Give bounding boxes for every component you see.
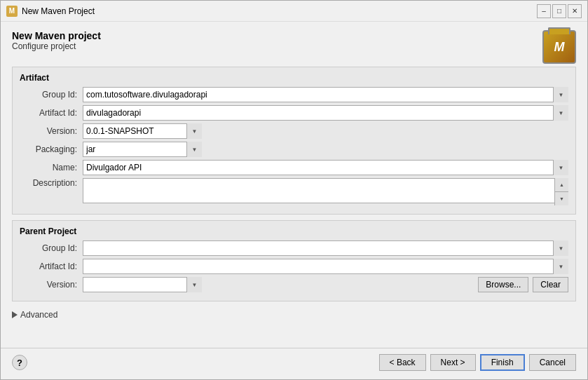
cancel-button[interactable]: Cancel	[529, 354, 576, 371]
version-row: Version: 0.0.1-SNAPSHOT ▼	[20, 123, 568, 139]
name-row: Name: Divulgador API ▼	[20, 160, 568, 175]
title-bar-left: M New Maven Project	[6, 6, 95, 17]
button-bar: ? < Back Next > Finish Cancel	[1, 348, 587, 379]
page-header: New Maven project Configure project M	[12, 30, 576, 64]
parent-artifact-id-row: Artifact Id: ▼	[20, 259, 568, 274]
artifact-id-label: Artifact Id:	[20, 108, 83, 118]
parent-artifact-id-label: Artifact Id:	[20, 262, 83, 271]
back-button[interactable]: < Back	[379, 354, 426, 371]
next-button[interactable]: Next >	[430, 354, 476, 371]
maven-logo-icon: M	[542, 30, 576, 64]
header-text: New Maven project Configure project	[12, 30, 101, 57]
window-title: New Maven Project	[22, 6, 95, 16]
close-button[interactable]: ✕	[568, 4, 582, 18]
name-dropdown[interactable]: Divulgador API	[83, 160, 568, 175]
group-id-control: com.tutosoftware.divulagadorapi ▼	[83, 87, 568, 102]
artifact-id-dropdown[interactable]: divulagadorapi	[83, 105, 568, 121]
description-control: ▲ ▼	[83, 178, 568, 205]
window: M New Maven Project – □ ✕ New Maven proj…	[0, 0, 588, 380]
parent-project-section: Parent Project Group Id: ▼ Artifact Id:	[12, 220, 576, 301]
title-bar: M New Maven Project – □ ✕	[1, 1, 587, 22]
description-textarea[interactable]	[83, 178, 568, 203]
title-controls: – □ ✕	[537, 4, 582, 18]
artifact-section: Artifact Group Id: com.tutosoftware.divu…	[12, 67, 576, 215]
textarea-arrows: ▲ ▼	[554, 178, 568, 205]
packaging-control: jar ▼	[83, 142, 202, 157]
parent-version-label: Version:	[20, 280, 83, 290]
help-button[interactable]: ?	[12, 355, 27, 370]
advanced-expand-icon	[12, 311, 18, 318]
version-label: Version:	[20, 126, 83, 136]
version-dropdown[interactable]: 0.0.1-SNAPSHOT	[83, 123, 202, 139]
name-label: Name:	[20, 163, 83, 172]
artifact-id-row: Artifact Id: divulagadorapi ▼	[20, 105, 568, 121]
advanced-section[interactable]: Advanced	[12, 307, 576, 323]
parent-version-controls: ▼ Browse... Clear	[83, 277, 568, 292]
parent-artifact-id-dropdown[interactable]	[83, 259, 568, 274]
parent-version-row: Version: ▼ Browse... Clear	[20, 277, 568, 292]
browse-button[interactable]: Browse...	[478, 277, 528, 292]
group-id-dropdown[interactable]: com.tutosoftware.divulagadorapi	[83, 87, 568, 102]
group-id-label: Group Id:	[20, 90, 83, 100]
advanced-label: Advanced	[20, 310, 57, 320]
maven-title-icon: M	[6, 6, 18, 17]
parent-group-id-dropdown[interactable]	[83, 240, 568, 256]
parent-group-id-control: ▼	[83, 240, 568, 256]
dialog-content: New Maven project Configure project M Ar…	[1, 22, 587, 348]
description-label: Description:	[20, 178, 83, 188]
parent-group-id-label: Group Id:	[20, 243, 83, 253]
artifact-section-title: Artifact	[20, 73, 568, 83]
packaging-label: Packaging:	[20, 144, 83, 154]
artifact-id-control: divulagadorapi ▼	[83, 105, 568, 121]
packaging-dropdown[interactable]: jar	[83, 142, 202, 157]
maximize-button[interactable]: □	[552, 4, 566, 18]
parent-version-dropdown[interactable]	[83, 277, 202, 292]
parent-section-title: Parent Project	[20, 226, 568, 236]
finish-button[interactable]: Finish	[480, 354, 525, 371]
description-scroll-down-button[interactable]: ▼	[555, 192, 568, 205]
clear-button[interactable]: Clear	[533, 277, 568, 292]
parent-artifact-id-control: ▼	[83, 259, 568, 274]
version-control: 0.0.1-SNAPSHOT ▼	[83, 123, 202, 139]
page-subtitle: Configure project	[12, 41, 101, 51]
name-control: Divulgador API ▼	[83, 160, 568, 175]
description-row: Description: ▲ ▼	[20, 178, 568, 205]
packaging-row: Packaging: jar ▼	[20, 142, 568, 157]
parent-group-id-row: Group Id: ▼	[20, 240, 568, 256]
description-scroll-up-button[interactable]: ▲	[555, 178, 568, 192]
minimize-button[interactable]: –	[537, 4, 551, 18]
page-title: New Maven project	[12, 30, 101, 41]
group-id-row: Group Id: com.tutosoftware.divulagadorap…	[20, 87, 568, 102]
